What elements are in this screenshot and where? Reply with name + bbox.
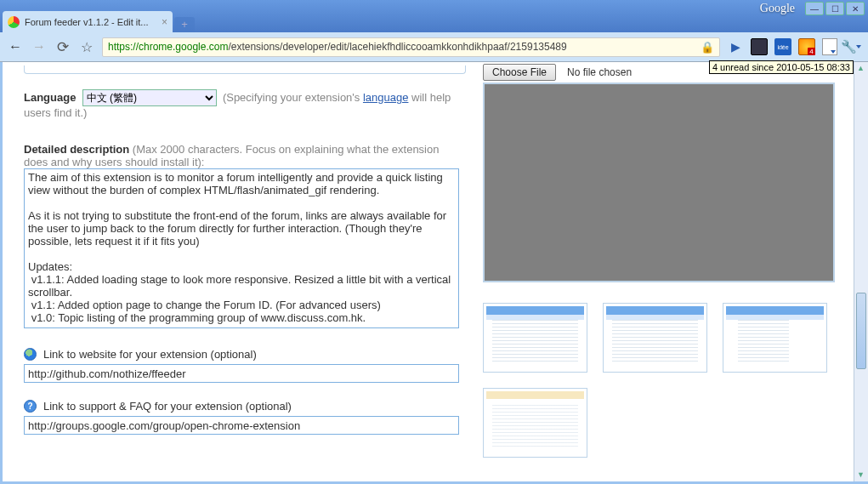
page-scrollbar[interactable] [854, 62, 868, 481]
url-scheme: https [108, 41, 130, 53]
support-label: Link to support & FAQ for your extension… [43, 400, 292, 413]
language-select[interactable]: 中文 (繁體) [82, 89, 217, 106]
close-icon[interactable]: × [162, 16, 167, 28]
form-left-column: Language 中文 (繁體) (Specifying your extens… [3, 62, 466, 481]
collapsed-section-bottom [24, 65, 466, 74]
go-button[interactable]: ▶ [727, 38, 744, 55]
browser-titlebar: Forum feeder v1.1.2 - Edit it... × + Goo… [0, 0, 868, 32]
tab-title: Forum feeder v1.1.2 - Edit it... [25, 17, 158, 27]
new-tab-button[interactable]: + [174, 17, 195, 32]
url-path: /extensions/developer/edit/lacehiekfhdli… [228, 41, 566, 53]
reload-button[interactable]: ⟳ [54, 38, 71, 55]
language-row: Language 中文 (繁體) (Specifying your extens… [24, 89, 466, 119]
google-logo: Google [760, 2, 795, 15]
description-textarea[interactable] [24, 168, 459, 328]
back-button[interactable]: ← [7, 38, 24, 55]
chrome-icon [8, 16, 20, 28]
unread-tooltip: 4 unread since 2010-05-15 08:33 [709, 60, 854, 74]
scrollbar-thumb[interactable] [856, 293, 866, 369]
page-menu-button[interactable] [822, 38, 837, 55]
website-row: Link to website for your extension (opti… [24, 348, 466, 361]
bookmark-star-icon[interactable]: ☆ [78, 38, 95, 55]
extension-icon-idee[interactable]: idée [774, 38, 791, 55]
page-content: Language 中文 (繁體) (Specifying your extens… [0, 62, 868, 484]
choose-file-button[interactable]: Choose File [483, 64, 556, 81]
support-input[interactable] [24, 416, 459, 435]
screenshot-preview-large [483, 83, 835, 282]
screenshots-column: 4 unread since 2010-05-15 08:33 Choose F… [466, 62, 854, 481]
url-host: ://chrome.google.com [130, 41, 228, 53]
screenshot-thumb-1[interactable] [483, 303, 587, 373]
screenshot-thumbnails [483, 303, 835, 458]
description-label: Detailed description [24, 143, 129, 156]
window-controls: Google — ☐ ✕ [760, 2, 865, 15]
language-help-link[interactable]: language [363, 91, 409, 104]
minimize-button[interactable]: — [805, 2, 824, 15]
globe-icon [24, 348, 37, 361]
browser-tab[interactable]: Forum feeder v1.1.2 - Edit it... × [3, 11, 173, 32]
lock-icon: 🔒 [701, 41, 714, 54]
language-label: Language [24, 91, 76, 104]
extension-icon-1[interactable] [751, 38, 768, 55]
screenshot-thumb-2[interactable] [603, 303, 707, 373]
support-row: ? Link to support & FAQ for your extensi… [24, 400, 466, 413]
maximize-button[interactable]: ☐ [825, 2, 844, 15]
extension-icon-feeder[interactable] [798, 38, 815, 55]
url-bar[interactable]: https://chrome.google.com/extensions/dev… [102, 37, 720, 57]
forward-button[interactable]: → [31, 38, 48, 55]
website-label: Link to website for your extension (opti… [43, 348, 257, 361]
close-window-button[interactable]: ✕ [846, 2, 865, 15]
screenshot-thumb-3[interactable] [723, 303, 827, 373]
screenshot-thumb-4[interactable] [483, 388, 587, 458]
no-file-label: No file chosen [567, 66, 632, 78]
description-header: Detailed description (Max 2000 character… [24, 143, 466, 168]
wrench-menu-button[interactable]: 🔧 [844, 38, 861, 55]
help-icon: ? [24, 400, 37, 413]
website-input[interactable] [24, 364, 459, 383]
browser-toolbar: ← → ⟳ ☆ https://chrome.google.com/extens… [0, 32, 868, 62]
